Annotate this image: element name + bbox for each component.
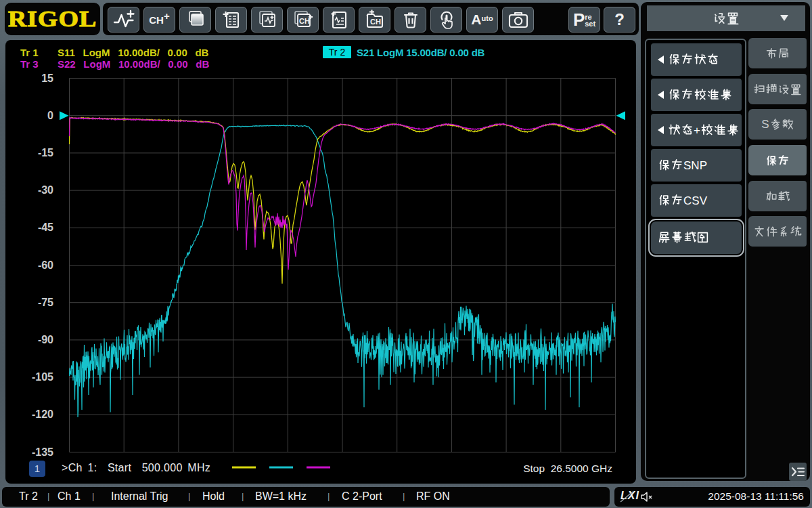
svg-text:CH: CH: [370, 18, 381, 26]
svg-text:CH: CH: [299, 17, 310, 25]
